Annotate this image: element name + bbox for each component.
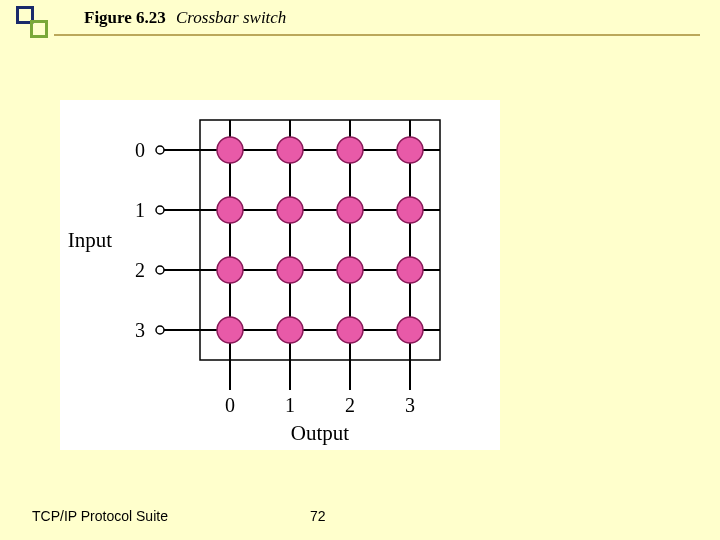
crosspoint-nodes [217,137,423,343]
input-port-labels: 0 1 2 3 [135,139,145,341]
input-label-3: 3 [135,319,145,341]
svg-point-17 [277,197,303,223]
crossbar-figure: 0 1 2 3 0 1 2 3 Input Output [60,100,500,450]
output-port-labels: 0 1 2 3 [225,394,415,416]
svg-point-19 [397,197,423,223]
svg-point-25 [277,317,303,343]
svg-point-21 [277,257,303,283]
input-lines [160,150,440,330]
crossbar-svg: 0 1 2 3 0 1 2 3 Input Output [60,100,500,450]
svg-point-4 [156,146,164,154]
output-label-1: 1 [285,394,295,416]
svg-point-6 [156,266,164,274]
input-axis-label: Input [68,228,112,252]
svg-point-16 [217,197,243,223]
slide-header: Figure 6.23 Crossbar switch [0,0,720,40]
svg-point-22 [337,257,363,283]
header-divider [54,34,700,36]
input-port-dots [156,146,164,334]
svg-point-12 [217,137,243,163]
input-label-2: 2 [135,259,145,281]
svg-point-14 [337,137,363,163]
svg-point-23 [397,257,423,283]
svg-point-5 [156,206,164,214]
svg-point-13 [277,137,303,163]
footer-text: TCP/IP Protocol Suite [32,508,168,524]
input-label-0: 0 [135,139,145,161]
output-label-0: 0 [225,394,235,416]
output-lines [230,120,410,390]
decorative-squares [16,6,50,40]
square-green [30,20,48,38]
output-axis-label: Output [291,421,350,445]
svg-point-27 [397,317,423,343]
output-label-2: 2 [345,394,355,416]
output-label-3: 3 [405,394,415,416]
svg-point-20 [217,257,243,283]
svg-point-24 [217,317,243,343]
input-label-1: 1 [135,199,145,221]
figure-number: Figure 6.23 [84,8,166,28]
svg-point-15 [397,137,423,163]
figure-caption: Crossbar switch [176,8,286,28]
svg-point-26 [337,317,363,343]
page-number: 72 [310,508,326,524]
svg-point-7 [156,326,164,334]
svg-point-18 [337,197,363,223]
